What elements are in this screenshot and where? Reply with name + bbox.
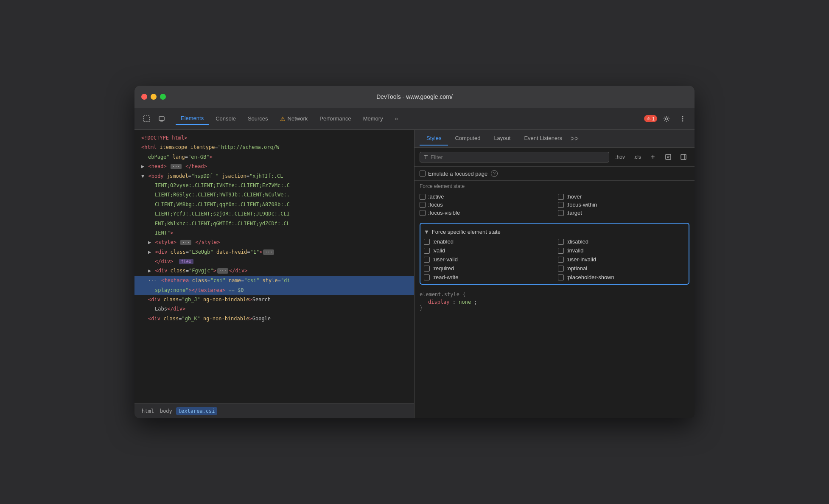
dom-line: CLIENT;VM8bg:.CLIENT;qqf0n:.CLIENT;A8708… [134, 200, 414, 209]
devtools-window: DevTools - www.google.com/ Elements Cons… [134, 86, 695, 418]
filter-icon: ⊤ [423, 154, 428, 160]
state-hover[interactable]: :hover [558, 193, 689, 200]
minimize-button[interactable] [151, 94, 157, 100]
dom-line: ebPage" lang="en-GB"> [134, 152, 414, 162]
filter-input[interactable] [431, 154, 605, 160]
more-tabs-icon[interactable]: >> [571, 135, 579, 143]
add-style-icon[interactable]: + [647, 151, 659, 163]
toolbar-right: ⚠ 1 [644, 112, 689, 126]
breadcrumb-bar: html body textarea.csi [134, 403, 414, 418]
window-controls [141, 94, 166, 100]
emulate-focused-checkbox[interactable]: Emulate a focused page [420, 171, 487, 177]
state-disabled[interactable]: :disabled [558, 238, 685, 245]
breadcrumb-body[interactable]: body [158, 407, 174, 415]
titlebar: DevTools - www.google.com/ [134, 86, 695, 108]
state-invalid[interactable]: :invalid [558, 247, 685, 254]
state-optional[interactable]: :optional [558, 265, 685, 272]
emulate-focused-check[interactable] [420, 171, 426, 176]
element-style-section: element.style { display : none ; } [414, 288, 695, 314]
toolbar-separator [172, 114, 172, 124]
dom-line: IENT"> [134, 228, 414, 238]
dom-line: ▶ <head> ··· </head> [134, 162, 414, 171]
state-target[interactable]: :target [558, 210, 689, 216]
filter-input-wrap: ⊤ [420, 152, 609, 162]
hov-button[interactable]: :hov [613, 153, 627, 161]
dom-line: LIENT;R6Slyc:.CLIENT;hWT9Jb:.CLIENT;WCul… [134, 190, 414, 199]
cls-button[interactable]: .cls [631, 153, 644, 161]
state-placeholder-shown[interactable]: :placeholder-shown [558, 274, 685, 280]
dom-line: ENT;kWlxhc:.CLIENT;qGMTIf:.CLIENT;ydZCDf… [134, 219, 414, 228]
tab-layout[interactable]: Layout [487, 132, 517, 146]
new-style-rule-icon[interactable] [662, 151, 674, 163]
dom-line: ▶ <div class="L3eUgb" data-hveid="1">··· [134, 247, 414, 257]
svg-point-4 [682, 116, 683, 117]
dom-line: ▶ <div class="Fgvgjc">···</div> [134, 266, 414, 275]
dom-line: <!DOCTYPE html> [134, 133, 414, 143]
dom-line: IENT;O2vyse:.CLIENT;IVKTfe:.CLIENT;Ez7VM… [134, 181, 414, 190]
dom-line: <html itemscope itemtype="http://schema.… [134, 143, 414, 152]
state-required[interactable]: :required [424, 265, 551, 272]
tab-elements[interactable]: Elements [176, 112, 209, 125]
state-active[interactable]: :active [420, 193, 551, 200]
state-valid[interactable]: :valid [424, 247, 551, 254]
window-title: DevTools - www.google.com/ [376, 93, 453, 100]
tab-event-listeners[interactable]: Event Listeners [517, 132, 569, 146]
force-specific-grid: :enabled :disabled :valid :invalid [424, 238, 685, 280]
state-user-valid[interactable]: :user-valid [424, 256, 551, 263]
tab-computed[interactable]: Computed [448, 132, 487, 146]
svg-rect-1 [159, 117, 164, 120]
state-user-invalid[interactable]: :user-invalid [558, 256, 685, 263]
state-focus[interactable]: :focus [420, 202, 551, 208]
dom-line-selected: ··· <textarea class="csi" name="csi" sty… [134, 276, 414, 286]
emulate-focused-row: Emulate a focused page ? [414, 167, 695, 181]
close-button[interactable] [141, 94, 147, 100]
state-read-write[interactable]: :read-write [424, 274, 551, 280]
warning-icon: ⚠ [280, 115, 286, 122]
tab-styles[interactable]: Styles [420, 132, 448, 146]
toggle-sidebar-icon[interactable] [678, 151, 689, 163]
breadcrumb-html[interactable]: html [140, 407, 156, 415]
dom-tree[interactable]: <!DOCTYPE html> <html itemscope itemtype… [134, 130, 414, 403]
breadcrumb-textarea[interactable]: textarea.csi [176, 407, 217, 415]
error-badge: ⚠ 1 [644, 115, 657, 122]
style-rule-close: } [420, 305, 689, 311]
dom-line: LIENT;YcfJ:.CLIENT;szjOR:.CLIENT;JL9QDc:… [134, 209, 414, 218]
filter-bar: ⊤ :hov .cls + [414, 148, 695, 167]
tab-network[interactable]: ⚠ Network [275, 113, 313, 125]
dom-line: <div class="gb_K" ng-non-bindable>Google [134, 314, 414, 323]
svg-rect-0 [143, 116, 149, 122]
collapse-triangle-icon[interactable]: ▼ [424, 229, 429, 235]
dom-line: Labs</div> [134, 304, 414, 314]
svg-point-5 [682, 118, 683, 119]
settings-icon[interactable] [660, 112, 673, 126]
more-options-icon[interactable] [676, 112, 689, 126]
device-toggle-icon[interactable] [155, 112, 168, 126]
devtools-toolbar: Elements Console Sources ⚠ Network Perfo… [134, 108, 695, 130]
tab-console[interactable]: Console [210, 113, 241, 124]
style-rule-header: element.style { [420, 291, 689, 297]
state-focus-visible[interactable]: :focus-visible [420, 210, 551, 216]
tab-sources[interactable]: Sources [243, 113, 273, 124]
svg-point-3 [666, 118, 668, 120]
help-icon[interactable]: ? [491, 170, 498, 177]
main-content: <!DOCTYPE html> <html itemscope itemtype… [134, 130, 695, 418]
state-focus-within[interactable]: :focus-within [558, 202, 689, 208]
styles-panel: Styles Computed Layout Event Listeners >… [414, 130, 695, 418]
tab-more[interactable]: » [390, 113, 403, 124]
state-enabled[interactable]: :enabled [424, 238, 551, 245]
tab-memory[interactable]: Memory [358, 113, 388, 124]
style-property: display : none ; [420, 299, 689, 305]
right-tabs: Styles Computed Layout Event Listeners >… [414, 130, 695, 148]
svg-rect-10 [681, 154, 686, 160]
dom-line: </div> flex [134, 257, 414, 266]
dom-line: <div class="gb_J" ng-non-bindable>Search [134, 295, 414, 304]
force-specific-section: ▼ Force specific element state :enabled … [420, 223, 689, 285]
maximize-button[interactable] [160, 94, 166, 100]
svg-point-6 [682, 120, 683, 121]
error-icon: ⚠ [647, 116, 651, 121]
styles-content: ⊤ :hov .cls + [414, 148, 695, 418]
inspector-icon[interactable] [140, 112, 153, 126]
dom-line: ▶ <style> ··· </style> [134, 238, 414, 247]
svg-rect-2 [160, 120, 163, 121]
tab-performance[interactable]: Performance [314, 113, 356, 124]
